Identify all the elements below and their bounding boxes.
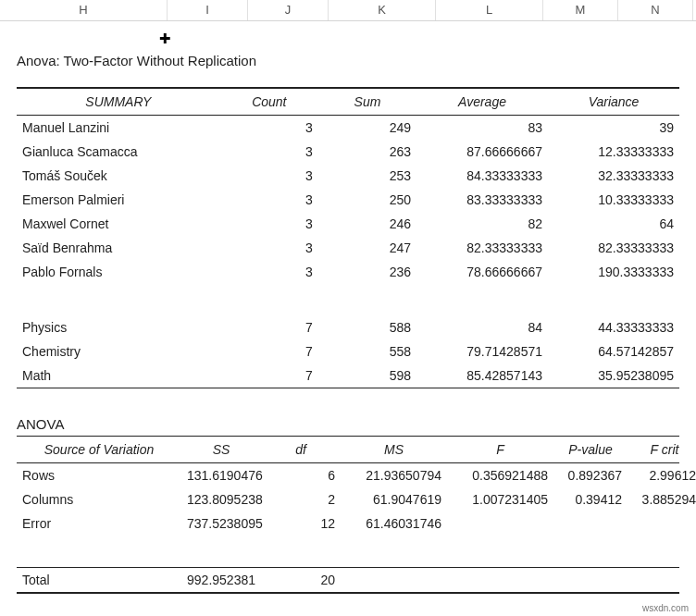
cell-var[interactable]: 12.33333333: [548, 140, 679, 164]
cell-fcrit[interactable]: 3.885294: [628, 487, 696, 511]
col-header-H[interactable]: H: [0, 0, 168, 20]
cell-avg[interactable]: 84.33333333: [416, 164, 548, 188]
cell-var[interactable]: 35.95238095: [548, 363, 679, 388]
cell-f[interactable]: 0.356921488: [447, 463, 553, 487]
cell-var[interactable]: 32.33333333: [548, 164, 679, 188]
hdr-df: df: [261, 437, 341, 462]
cell-name[interactable]: Tomáš Souček: [17, 164, 220, 188]
table-row: Math 7 598 85.42857143 35.95238095: [17, 363, 679, 388]
cell-src[interactable]: Rows: [17, 463, 181, 487]
table-row: Emerson Palmieri 3 250 83.33333333 10.33…: [17, 188, 679, 212]
cell-avg[interactable]: 79.71428571: [416, 339, 548, 363]
cell-p[interactable]: 0.892367: [553, 463, 628, 487]
cell-avg[interactable]: 84: [416, 315, 548, 339]
cell-sum[interactable]: 253: [318, 164, 416, 188]
spacer-row: [17, 536, 696, 567]
cell-count[interactable]: 3: [220, 188, 318, 212]
cell-ss[interactable]: 131.6190476: [181, 463, 261, 487]
cell-count[interactable]: 3: [220, 212, 318, 236]
cell-src[interactable]: Error: [17, 511, 181, 536]
cell-ss[interactable]: 123.8095238: [181, 487, 261, 511]
cell-name[interactable]: Emerson Palmieri: [17, 188, 220, 212]
cell-var[interactable]: 190.3333333: [548, 260, 679, 284]
cell-src[interactable]: Columns: [17, 487, 181, 511]
cell-count[interactable]: 3: [220, 140, 318, 164]
cell-avg[interactable]: 78.66666667: [416, 260, 548, 284]
cell-avg[interactable]: 83: [416, 116, 548, 140]
cell-sum[interactable]: 263: [318, 140, 416, 164]
col-header-I[interactable]: I: [168, 0, 248, 20]
spreadsheet-area[interactable]: Anova: Two-Factor Without Replication SU…: [0, 21, 696, 594]
col-header-M[interactable]: M: [543, 0, 618, 20]
table-row: Pablo Fornals 3 236 78.66666667 190.3333…: [17, 260, 679, 284]
cursor-icon: ✚: [159, 31, 171, 47]
col-header-J[interactable]: J: [248, 0, 329, 20]
col-header-L[interactable]: L: [436, 0, 543, 20]
rule-anova-bottom: [17, 592, 679, 594]
summary-header-row: SUMMARY Count Sum Average Variance: [17, 89, 679, 115]
cell-avg[interactable]: 82: [416, 212, 548, 236]
cell-p[interactable]: [553, 511, 628, 536]
cell-sum[interactable]: 236: [318, 260, 416, 284]
cell-name[interactable]: Chemistry: [17, 339, 220, 363]
anova-header-row: Source of Variation SS df MS F P-value F…: [17, 437, 696, 462]
cell-sum[interactable]: 247: [318, 236, 416, 260]
cell-count[interactable]: 3: [220, 116, 318, 140]
cell-count[interactable]: 7: [220, 315, 318, 339]
cell-avg[interactable]: 87.66666667: [416, 140, 548, 164]
cell-f[interactable]: [447, 511, 553, 536]
cell-var[interactable]: 64: [548, 212, 679, 236]
cell-df[interactable]: 12: [261, 511, 341, 536]
cell-df[interactable]: 20: [261, 568, 341, 592]
hdr-f: F: [447, 437, 553, 462]
cell-sum[interactable]: 558: [318, 339, 416, 363]
cell-var[interactable]: 64.57142857: [548, 339, 679, 363]
cell-ms[interactable]: 61.9047619: [341, 487, 447, 511]
table-row: Manuel Lanzini 3 249 83 39: [17, 116, 679, 140]
cell-avg[interactable]: 83.33333333: [416, 188, 548, 212]
cell-sum[interactable]: 249: [318, 116, 416, 140]
table-row: Physics 7 588 84 44.33333333: [17, 315, 679, 339]
cell-name[interactable]: Math: [17, 363, 220, 388]
cell-p[interactable]: 0.39412: [553, 487, 628, 511]
cell-sum[interactable]: 598: [318, 363, 416, 388]
cell-f[interactable]: 1.007231405: [447, 487, 553, 511]
cell-ss[interactable]: 737.5238095: [181, 511, 261, 536]
watermark-text: wsxdn.com: [642, 603, 689, 613]
col-header-N[interactable]: N: [618, 0, 693, 20]
cell-sum[interactable]: 246: [318, 212, 416, 236]
cell-name[interactable]: Physics: [17, 315, 220, 339]
cell-var[interactable]: 10.33333333: [548, 188, 679, 212]
cell-var[interactable]: 44.33333333: [548, 315, 679, 339]
cell-count[interactable]: 7: [220, 339, 318, 363]
cell-df[interactable]: 6: [261, 463, 341, 487]
cell-var[interactable]: 39: [548, 116, 679, 140]
cell-count[interactable]: 7: [220, 363, 318, 388]
table-row: Tomáš Souček 3 253 84.33333333 32.333333…: [17, 164, 679, 188]
cell-sum[interactable]: 588: [318, 315, 416, 339]
cell-count[interactable]: 3: [220, 236, 318, 260]
cell-name[interactable]: Saïd Benrahma: [17, 236, 220, 260]
hdr-ms: MS: [341, 437, 447, 462]
table-row: Saïd Benrahma 3 247 82.33333333 82.33333…: [17, 236, 679, 260]
cell-ss[interactable]: 992.952381: [181, 568, 261, 592]
cell-src[interactable]: Total: [17, 568, 181, 592]
cell-avg[interactable]: 82.33333333: [416, 236, 548, 260]
cell-df[interactable]: 2: [261, 487, 341, 511]
cell-fcrit[interactable]: 2.99612: [628, 463, 696, 487]
cell-ms[interactable]: 21.93650794: [341, 463, 447, 487]
cell-name[interactable]: Pablo Fornals: [17, 260, 220, 284]
cell-fcrit[interactable]: [628, 511, 696, 536]
cell-count[interactable]: 3: [220, 260, 318, 284]
cell-avg[interactable]: 85.42857143: [416, 363, 548, 388]
cell-name[interactable]: Manuel Lanzini: [17, 116, 220, 140]
cell-name[interactable]: Maxwel Cornet: [17, 212, 220, 236]
cell-ms[interactable]: 61.46031746: [341, 511, 447, 536]
table-row: Columns 123.8095238 2 61.9047619 1.00723…: [17, 487, 696, 511]
anova-title: Anova: Two-Factor Without Replication: [17, 53, 685, 68]
cell-var[interactable]: 82.33333333: [548, 236, 679, 260]
cell-name[interactable]: Gianluca Scamacca: [17, 140, 220, 164]
cell-count[interactable]: 3: [220, 164, 318, 188]
cell-sum[interactable]: 250: [318, 188, 416, 212]
col-header-K[interactable]: K: [329, 0, 436, 20]
